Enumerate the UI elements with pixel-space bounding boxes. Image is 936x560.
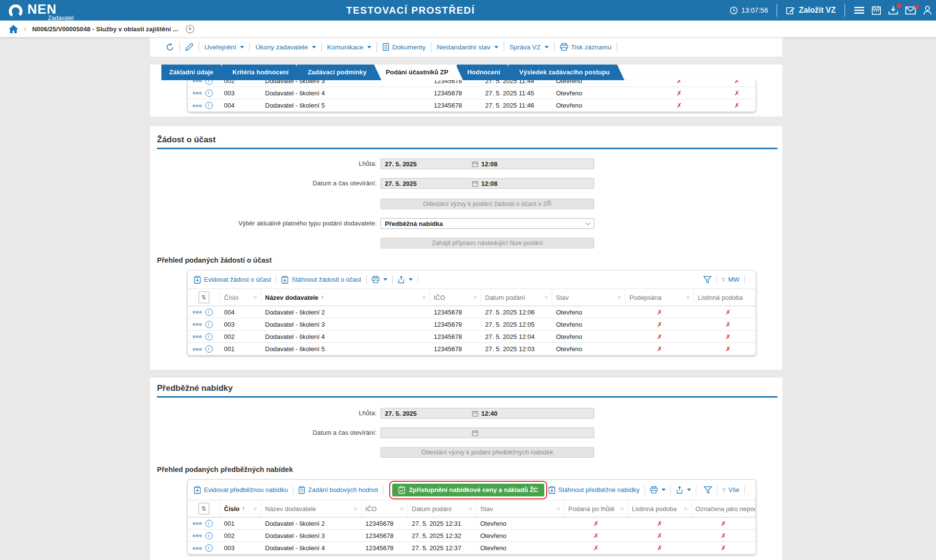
row-menu-icon[interactable]: ooo (193, 533, 202, 538)
table-row[interactable]: oooi 002 Dodavatel - školení 3 12345678 … (188, 530, 756, 542)
register-offer-button[interactable]: Evidovat předběžnou nabídku (194, 486, 288, 494)
tab-participant-submissions[interactable]: Podání účastníků ZP (375, 65, 463, 80)
column-header[interactable]: Podepsána▽ (625, 289, 694, 306)
tab-evaluation[interactable]: Hodnocení (457, 65, 515, 80)
row-menu-icon[interactable]: ooo (193, 521, 202, 526)
column-header[interactable]: Číslo▽ (220, 289, 261, 306)
column-header[interactable]: Číslo↑▽ (220, 500, 261, 517)
clipboard-icon (298, 486, 305, 494)
filter-button[interactable] (703, 276, 712, 284)
calendar-button[interactable] (871, 5, 881, 15)
submission-type-select[interactable]: Předběžná nabídka (380, 218, 594, 229)
column-header[interactable]: Listinná podoba▽ (694, 289, 756, 306)
column-header[interactable]: Podaná po lhůtě▽ (564, 500, 628, 517)
deadline-datetime-input[interactable]: 27. 5. 2025 12:08 (380, 158, 594, 169)
separator (845, 4, 845, 17)
view-filter-label[interactable]: MW (728, 276, 739, 283)
tab-tender-conditions[interactable]: Zadávací podmínky (297, 65, 381, 80)
filter-button[interactable] (704, 486, 712, 494)
messages-button[interactable] (905, 6, 916, 15)
chevron-down-icon[interactable]: ▽ (722, 277, 725, 282)
table-row[interactable]: oooi 003 Dodavatel - školení 3 12345678 … (188, 318, 756, 331)
row-menu-icon[interactable]: ooo (193, 80, 202, 83)
info-icon[interactable]: i (205, 90, 213, 97)
column-header[interactable]: IČO▽ (430, 289, 481, 306)
table-row[interactable]: oooi 001 Dodavatel - školení 2 12345678 … (188, 517, 756, 530)
info-icon[interactable]: i (205, 333, 213, 340)
info-icon[interactable]: i (205, 520, 213, 527)
opening-datetime-input[interactable] (380, 427, 594, 438)
breadcrumb-contract[interactable]: N006/25/V00005048 - Služby v oblasti zaj… (32, 25, 178, 33)
row-menu-icon[interactable]: ooo (193, 334, 202, 339)
table-row[interactable]: oooi 004 Dodavatel - školení 5 12345678 … (188, 99, 756, 112)
row-menu-icon[interactable]: ooo (193, 103, 202, 108)
home-icon[interactable] (9, 25, 18, 33)
edit-button[interactable] (185, 43, 193, 51)
column-settings-icon[interactable]: ⇅ (199, 291, 209, 303)
table-row[interactable]: oooi 001 Dodavatel - školení 5 12345678 … (188, 343, 756, 355)
row-menu-icon[interactable]: ooo (193, 90, 202, 95)
column-header[interactable]: Stav▽ (476, 500, 564, 517)
info-icon[interactable]: i (205, 345, 213, 353)
user-profile-button[interactable] (923, 5, 932, 15)
column-header[interactable]: Název dodavatele↑▽ (261, 289, 430, 306)
table-row[interactable]: oooi 002 Dodavatel - školení 4 12345678 … (188, 331, 756, 343)
column-header[interactable]: IČO▽ (361, 500, 408, 517)
menu-documents[interactable]: Dokumenty (382, 43, 425, 51)
print-table-button[interactable] (650, 486, 666, 493)
info-icon[interactable]: i (205, 544, 213, 552)
row-menu-icon[interactable]: ooo (193, 347, 202, 352)
info-icon[interactable]: i (205, 321, 213, 328)
request-participation-section: Žádost o účast Lhůta: 27. 5. 2025 12:08 … (150, 126, 782, 370)
export-table-button[interactable] (398, 276, 413, 284)
export-table-button[interactable] (676, 486, 691, 494)
send-invitation-button[interactable]: Odeslání výzvy k podání předběžných nabí… (380, 447, 594, 458)
info-icon[interactable]: i (205, 532, 213, 539)
deadline-datetime-input[interactable]: 27. 5. 2025 12:40 (380, 408, 594, 419)
column-header[interactable]: Název dodavatele▽ (261, 500, 361, 517)
menu-nonstandard-state[interactable]: Nestandardní stav (437, 44, 498, 51)
send-invitation-button[interactable]: Odeslání výzvy k podání žádosti o účast … (380, 199, 594, 209)
print-record-button[interactable]: Tisk záznamu (560, 43, 612, 51)
column-header[interactable]: Datum podání▽ (481, 289, 552, 306)
tab-basic-info[interactable]: Základní údaje (161, 65, 228, 80)
table-row[interactable]: oooi 003 Dodavatel - školení 4 12345678 … (188, 87, 756, 99)
close-tab-icon[interactable]: ✕ (186, 25, 194, 33)
info-icon[interactable]: i (205, 102, 213, 109)
column-header[interactable]: Označena jako nepodaná▽ (691, 500, 756, 517)
column-settings-icon[interactable]: ⇅ (199, 503, 209, 515)
nen-logo[interactable]: NEN Zadavatel (0, 1, 74, 20)
download-offers-button[interactable]: Stáhnout předběžné nabídky (548, 486, 640, 494)
register-request-button[interactable]: Evidovat žádost o účast (194, 276, 271, 284)
opening-datetime-input[interactable]: 27. 5. 2025 12:08 (380, 178, 594, 189)
enter-points-button[interactable]: Zadání bodových hodnot (298, 486, 378, 494)
tab-evaluation-criteria[interactable]: Kritéria hodnocení (222, 65, 303, 80)
column-header[interactable]: Listinná podoba▽ (628, 500, 691, 517)
unlock-price-button[interactable]: Zpřístupnění nabídkové ceny a nákladů ŽC (392, 484, 544, 496)
column-header[interactable]: Stav▽ (552, 289, 625, 306)
row-menu-icon[interactable]: ooo (193, 546, 202, 551)
refresh-button[interactable] (166, 43, 174, 51)
download-requests-button[interactable]: Stáhnout žádosti o účast (281, 276, 361, 284)
menu-communication[interactable]: Komunikace (327, 44, 371, 51)
table-row[interactable]: oooi 003 Dodavatel - školení 4 12345678 … (188, 542, 756, 554)
chevron-down-icon[interactable]: ▽ (722, 488, 726, 493)
downloads-button[interactable] (888, 5, 898, 15)
main-menu-button[interactable] (854, 6, 865, 15)
next-phase-button[interactable]: Zahájit přípravu následující fáze podání (380, 238, 594, 248)
menu-contracting-actions[interactable]: Úkony zadavatele (255, 44, 315, 51)
row-menu-icon[interactable]: ooo (193, 310, 202, 314)
info-icon[interactable]: i (205, 309, 213, 316)
view-filter-label[interactable]: Vše (729, 486, 739, 493)
menu-vz-admin[interactable]: Správa VZ (510, 44, 549, 51)
create-vz-button[interactable]: Založit VZ (786, 6, 836, 15)
print-table-button[interactable] (372, 276, 387, 283)
menu-publish[interactable]: Uveřejnění (204, 44, 244, 51)
tab-procedure-result[interactable]: Výsledek zadávacího postupu (509, 65, 624, 80)
record-toolbar: Uveřejnění Úkony zadavatele Komunikace D… (150, 37, 782, 57)
row-menu-icon[interactable]: ooo (193, 322, 202, 327)
table-row[interactable]: oooi 004 Dodavatel - školení 2 12345678 … (188, 306, 756, 318)
info-icon[interactable]: i (205, 80, 213, 85)
column-header[interactable]: Datum podání▽ (408, 500, 476, 517)
table-row[interactable]: oooi 002 Dodavatel - školení 3 12345678 … (188, 80, 756, 87)
